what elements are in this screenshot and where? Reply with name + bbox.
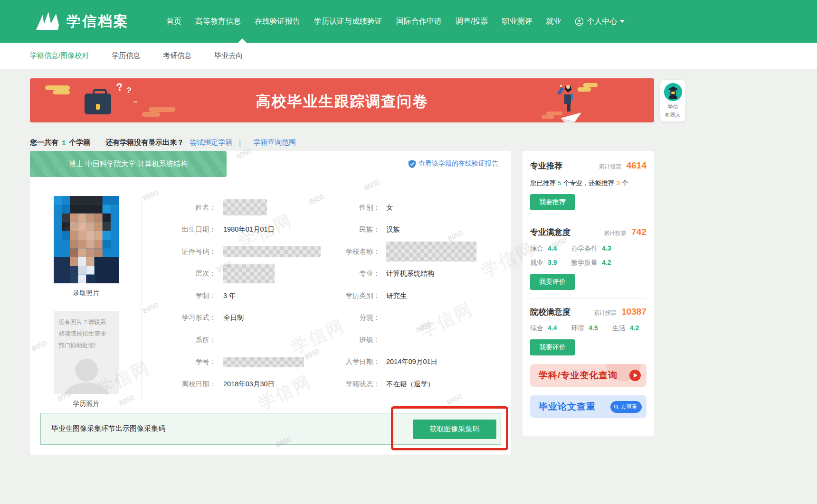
degree-program-tag: 博士-中国科学院大学-计算机系统结构 <box>30 151 227 177</box>
degree-photo-label: 学历照片 <box>54 400 119 408</box>
enrollment-scope-link[interactable]: 学籍查询范围 <box>253 138 296 147</box>
top-nav: 首页 高等教育信息 在线验证报告 学历认证与成绩验证 国际合作申请 调查/投票 … <box>166 17 625 27</box>
field-label-class: 班级： <box>328 336 380 345</box>
chsi-robot-widget[interactable]: 学信 机器人 <box>660 80 685 121</box>
field-label-ethnicity: 民族： <box>328 225 380 234</box>
field-value-student-number <box>216 357 328 367</box>
field-label-departure-date: 离校日期： <box>30 380 216 389</box>
active-nav-pointer <box>238 38 247 43</box>
enrollment-summary: 您一共有 1 个学籍 还有学籍没有显示出来？ 尝试绑定学籍 | 学籍查询范围 <box>30 138 296 147</box>
field-label-branch: 分院： <box>328 313 380 322</box>
recommended-count: 5 <box>558 179 561 187</box>
robot-label: 学信 机器人 <box>660 103 685 119</box>
major-vote-count: 742 <box>631 227 646 237</box>
summary-suffix: 个学籍 <box>69 138 90 147</box>
field-label-school-name: 学校名称： <box>328 247 380 256</box>
field-label-name: 姓名： <box>30 203 216 212</box>
field-value-departure-date: 2018年03月30日 <box>216 380 328 389</box>
redacted-value-block <box>223 199 267 215</box>
nav-online-verification-report[interactable]: 在线验证报告 <box>255 17 300 27</box>
field-label-department: 系所： <box>30 336 216 345</box>
cloud-decoration <box>142 112 160 117</box>
field-label-student-number: 学号： <box>30 357 216 366</box>
image-collection-bar: 毕业生图像采集环节出示图像采集码 获取图像采集码 <box>40 413 501 445</box>
field-label-birthdate: 出生日期： <box>30 225 216 234</box>
thesis-check-label: 毕业论文查重 <box>539 401 596 413</box>
robot-avatar-icon <box>664 83 682 101</box>
nav-employment[interactable]: 就业 <box>546 17 561 27</box>
major-ratings-row2: 就业3.9 教学质量4.2 <box>530 259 646 267</box>
form-row: 层次： 专业： 计算机系统结构 <box>30 263 505 285</box>
field-value-gender: 女 <box>380 203 505 212</box>
field-label-id-number: 证件号码： <box>30 247 216 256</box>
verify-report-link[interactable]: 查看该学籍的在线验证报告 <box>408 159 498 168</box>
student-record-card: 博士-中国科学院大学-计算机系统结构 查看该学籍的在线验证报告 <box>30 151 511 455</box>
field-value-enrollment-date: 2014年09月01日 <box>380 357 505 366</box>
school-vote-count: 10387 <box>621 307 646 317</box>
field-label-degree-type: 学历类别： <box>328 291 380 300</box>
nav-credential-authentication[interactable]: 学历认证与成绩验证 <box>314 17 382 27</box>
search-icon <box>614 404 619 410</box>
page-content: ? ? ~ 高校毕业生跟踪调查问卷 <box>0 69 817 504</box>
major-evaluate-button[interactable]: 我要评价 <box>530 274 575 290</box>
nav-home[interactable]: 首页 <box>166 17 181 27</box>
divider <box>530 219 646 219</box>
nav-international-cooperation[interactable]: 国际合作申请 <box>396 17 442 27</box>
nav-career-assessment[interactable]: 职业测评 <box>502 17 532 27</box>
user-menu-label: 个人中心 <box>587 17 617 27</box>
summary-prefix: 您一共有 <box>30 138 58 147</box>
bind-enrollment-link[interactable]: 尝试绑定学籍 <box>190 138 232 147</box>
no-photo-note: 没有照片？请联系 就读院校招生管理 部门协助处理! <box>58 317 114 351</box>
user-menu[interactable]: 个人中心 <box>575 17 625 27</box>
vote-counter: 累计投票 742 <box>604 227 646 237</box>
school-evaluate-button[interactable]: 我要评价 <box>530 339 575 355</box>
form-row: 出生日期： 1980年01月01日 民族： 汉族 <box>30 219 505 241</box>
tab-graduation-destination[interactable]: 毕业去向 <box>214 51 243 60</box>
get-image-collection-code-button[interactable]: 获取图像采集码 <box>413 420 496 439</box>
recommend-vote-count: 4614 <box>627 160 646 170</box>
school-satisfaction-title: 院校满意度 <box>530 307 570 317</box>
field-label-major: 专业： <box>328 269 380 278</box>
tab-degree-info[interactable]: 学历信息 <box>112 51 140 60</box>
recommend-summary: 您已推荐5个专业，还能推荐3个 <box>530 179 646 187</box>
field-value-study-mode: 全日制 <box>216 313 328 322</box>
enrollment-count: 1 <box>62 139 66 147</box>
recommend-button[interactable]: 我要推荐 <box>530 194 575 210</box>
remaining-count: 3 <box>617 179 620 187</box>
redacted-value-block <box>223 246 321 257</box>
app-header: 学信档案 首页 高等教育信息 在线验证报告 学历认证与成绩验证 国际合作申请 调… <box>0 0 817 43</box>
redacted-value-block <box>223 357 304 367</box>
field-label-level: 层次： <box>30 269 216 278</box>
field-value-id-number <box>216 246 328 257</box>
summary-question: 还有学籍没有显示出来？ <box>105 138 184 147</box>
sidebar: 专业推荐 累计投票 4614 您已推荐5个专业，还能推荐3个 我要推荐 专业满意… <box>522 151 654 436</box>
arrow-right-icon <box>629 370 641 381</box>
brand[interactable]: 学信档案 <box>34 11 129 32</box>
redacted-value-block <box>386 242 476 261</box>
divider <box>530 299 646 299</box>
survey-banner[interactable]: ? ? ~ 高校毕业生跟踪调查问卷 <box>30 78 654 122</box>
person-silhouette-icon <box>60 358 113 394</box>
vote-counter: 累计投票 10387 <box>594 307 646 317</box>
redacted-value-block <box>223 264 275 283</box>
tab-enrollment-info[interactable]: 学籍信息/图像校对 <box>30 51 89 60</box>
go-check-button[interactable]: 去查重 <box>610 401 642 413</box>
field-value-birthdate: 1980年01月01日 <box>216 225 328 234</box>
school-ratings-row: 综合4.4 环境4.5 生活4.2 <box>530 324 646 333</box>
thesis-check-banner[interactable]: 毕业论文查重 去查重 <box>530 395 646 418</box>
nav-higher-education[interactable]: 高等教育信息 <box>195 17 241 27</box>
field-value-level <box>216 264 328 283</box>
major-change-query-banner[interactable]: 学科/专业变化查询 <box>530 364 646 387</box>
tab-postgrad-exam-info[interactable]: 考研信息 <box>163 51 191 60</box>
major-satisfaction-title: 专业满意度 <box>530 227 570 238</box>
field-value-name <box>216 199 328 215</box>
field-label-duration: 学制： <box>30 291 216 300</box>
chevron-down-icon <box>620 20 625 23</box>
nav-survey-vote[interactable]: 调查/投票 <box>456 17 488 27</box>
field-value-school-name <box>380 242 505 261</box>
field-value-duration: 3 年 <box>216 291 328 300</box>
form-row: 学制： 3 年 学历类别： 研究生 <box>30 285 505 307</box>
field-value-major: 计算机系统结构 <box>380 269 505 278</box>
sub-nav: 学籍信息/图像校对 学历信息 考研信息 毕业去向 <box>0 43 817 69</box>
chsi-logo-icon <box>34 11 60 32</box>
